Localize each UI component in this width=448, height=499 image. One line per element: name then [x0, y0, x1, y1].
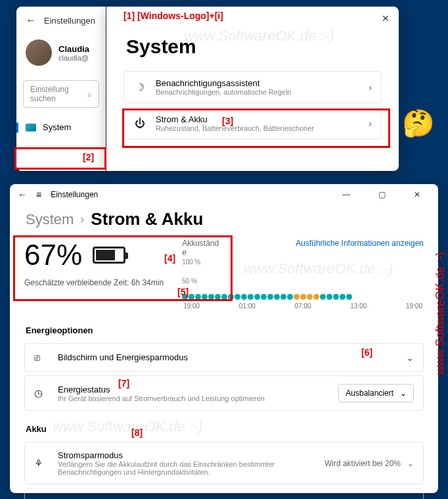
battery-icon: [93, 247, 125, 264]
profile-name: Claudia: [58, 44, 89, 54]
battery-percent: 67%: [24, 239, 82, 272]
watermark-side: www.SoftwareOK.de :-): [434, 217, 447, 375]
y-axis-50: 50 %: [182, 277, 424, 285]
item-battery-usage[interactable]: ⫞ Akkunutzung ⌄: [24, 488, 424, 499]
maximize-button[interactable]: ▢: [369, 190, 395, 199]
chevron-down-icon: ⌄: [400, 389, 407, 398]
profile-block[interactable]: Claudia claudia@: [16, 34, 106, 71]
annotation-5: [5]: [177, 287, 189, 297]
energy-sub: Ihr Gerät basierend auf Stromverbrauch u…: [58, 394, 329, 402]
item-power-battery[interactable]: ⏻ Strom & Akku Ruhezustand, Batterieverb…: [123, 107, 382, 139]
system-icon: [26, 124, 36, 131]
search-input[interactable]: Einstellung suchen ⌕: [23, 80, 99, 108]
avatar: [26, 39, 52, 66]
annotation-8: [8]: [131, 427, 143, 438]
search-placeholder: Einstellung suchen: [30, 85, 87, 103]
item-notification-assist[interactable]: ☽ Benachrichtigungsassistent Benachricht…: [123, 71, 382, 103]
level-label: Akkuständ e: [182, 239, 221, 257]
y-axis-100: 100 %: [182, 258, 424, 266]
item-battery-saver[interactable]: ⚘ Stromsparmodus Verlängern Sie die Akku…: [24, 442, 424, 485]
chevron-right-icon: ›: [369, 118, 372, 129]
annotation-7: [7]: [118, 378, 129, 389]
settings-title: Einstellungen: [44, 16, 95, 26]
search-icon: ⌕: [87, 89, 92, 99]
minimize-button[interactable]: —: [333, 190, 359, 199]
header-title: Einstellungen: [51, 190, 98, 199]
estimate-label: Geschätzte verbleibende Zeit:: [24, 278, 131, 287]
nav-marker: [16, 122, 18, 133]
annotation-1: [1] [Windows-Logo]+[i]: [123, 11, 223, 21]
saver-value: Wird aktiviert bei 20%: [325, 459, 401, 468]
annotation-6: [6]: [361, 347, 372, 358]
power-sub: Ruhezustand, Batterieverbrauch, Batterie…: [156, 124, 359, 132]
notif-title: Benachrichtigungsassistent: [156, 78, 359, 88]
power-title: Strom & Akku: [156, 114, 359, 124]
moon-icon: ☽: [133, 81, 146, 93]
estimate-value: 6h 34min: [131, 278, 164, 287]
notif-sub: Benachrichtigungen, automatische Regeln: [156, 88, 359, 96]
power-icon: ⏻: [133, 118, 146, 130]
profile-email: claudia@: [58, 54, 89, 62]
sidebar-item-system[interactable]: System: [16, 117, 106, 137]
menu-icon[interactable]: ≡: [36, 189, 41, 200]
crumb-system[interactable]: System: [26, 211, 74, 228]
leaf-icon: ⚘: [34, 458, 49, 469]
stick-figure: 🤔: [402, 108, 435, 139]
close-button[interactable]: ✕: [404, 190, 430, 199]
item-energy-status[interactable]: ◷ Energiestatus Ihr Gerät basierend auf …: [24, 375, 424, 411]
back-button[interactable]: ←: [26, 14, 36, 26]
close-button[interactable]: ✕: [382, 13, 390, 24]
crumb-power: Strom & Akku: [91, 209, 203, 229]
chevron-right-icon: ›: [369, 82, 372, 93]
saver-title: Stromsparmodus: [58, 450, 315, 460]
details-link[interactable]: Ausführliche Informationen anzeigen: [296, 239, 424, 257]
annotation-4: [4]: [164, 253, 175, 264]
chevron-down-icon: ⌄: [407, 459, 414, 468]
annotation-3: [3]: [222, 116, 233, 126]
energy-mode-value: Ausbalanciert: [346, 389, 393, 398]
back-button[interactable]: ←: [18, 189, 27, 200]
nav-label-system: System: [43, 122, 71, 132]
screen-icon: ⎚: [34, 352, 49, 363]
battery-chart: [182, 294, 424, 300]
screen-title: Bildschirm und Energiesparmodus: [58, 352, 397, 362]
section-akku: Akku: [10, 415, 438, 438]
energy-mode-dropdown[interactable]: Ausbalanciert ⌄: [338, 384, 414, 402]
annotation-2: [2]: [83, 152, 94, 162]
energy-title: Energiestatus: [58, 385, 329, 394]
time-axis: 19:0001:0007:0013:0019:00: [182, 302, 424, 310]
gauge-icon: ◷: [34, 387, 49, 399]
saver-sub: Verlängern Sie die Akkulaufzeit durch da…: [58, 460, 315, 476]
section-energy: Energieoptionen: [10, 316, 438, 339]
chevron-right-icon: ›: [80, 212, 84, 226]
chevron-down-icon: ⌄: [406, 352, 414, 363]
breadcrumb: System › Strom & Akku: [10, 205, 438, 239]
